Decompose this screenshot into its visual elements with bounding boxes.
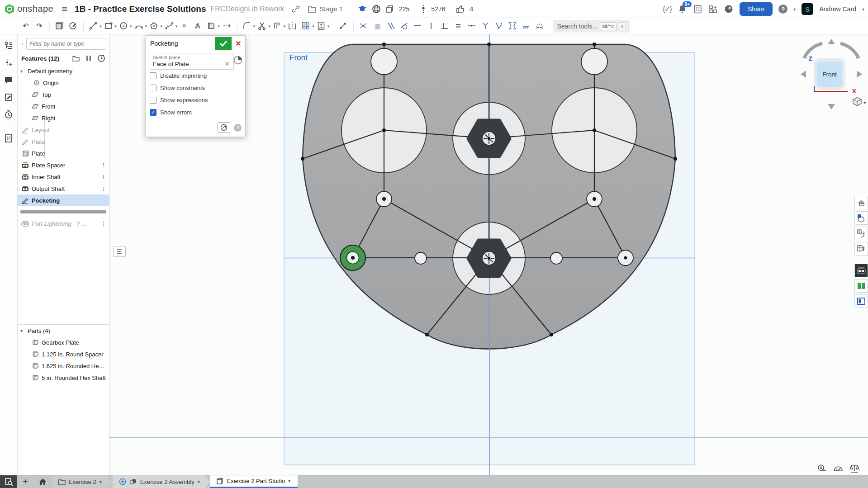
- checkbox-disable-imprinting[interactable]: Disable imprinting: [150, 70, 242, 82]
- rotate-left-step-icon[interactable]: [801, 71, 806, 78]
- checkbox-show-constraints[interactable]: Show constraints: [150, 82, 242, 94]
- arc-tool-caret-icon[interactable]: ▾: [145, 24, 147, 28]
- chevron-down-icon[interactable]: ▾: [20, 328, 28, 333]
- tab-caret-icon[interactable]: ▾: [100, 479, 102, 484]
- feature-item-part-lightening[interactable]: Part Lightening - ? ... ⁞: [18, 218, 109, 229]
- history-panel-icon[interactable]: [2, 108, 15, 121]
- feature-item-plate-extrude[interactable]: Plate: [18, 147, 109, 159]
- learning-center-icon[interactable]: [724, 4, 734, 14]
- feature-item-output-shaft[interactable]: Output Shaft ⁞: [18, 183, 109, 194]
- main-menu-icon[interactable]: ≡: [62, 3, 67, 15]
- rotate-left-arrow-icon[interactable]: [805, 43, 822, 56]
- import-dxf-caret-icon[interactable]: ▾: [327, 24, 330, 28]
- tab-caret-icon[interactable]: ▾: [198, 479, 200, 484]
- avatar[interactable]: S: [802, 3, 813, 15]
- concentric-constraint-icon[interactable]: ◎: [372, 21, 383, 32]
- checkbox-icon[interactable]: [150, 72, 157, 79]
- view-normal-to-sketch-icon[interactable]: [218, 122, 230, 133]
- panel-resize-handle[interactable]: [113, 246, 126, 257]
- checkbox-icon[interactable]: [150, 97, 157, 104]
- sketch-plane-value[interactable]: Face of Plate: [153, 61, 223, 67]
- checkbox-show-errors[interactable]: ✓ Show errors: [150, 106, 242, 118]
- rollback-pie-icon[interactable]: [233, 56, 242, 65]
- notifications-bell-icon[interactable]: 9+: [678, 5, 687, 14]
- dialog-help-icon[interactable]: ?: [234, 124, 242, 132]
- fix-constraint-icon[interactable]: [521, 21, 532, 32]
- point-tool-icon[interactable]: [179, 21, 190, 32]
- add-tab-button[interactable]: +: [17, 475, 33, 488]
- polygon-tool-caret-icon[interactable]: ▾: [160, 24, 162, 28]
- share-button[interactable]: Share: [740, 2, 773, 16]
- horizontal-constraint-icon[interactable]: [413, 21, 423, 32]
- midpoint-constraint-icon[interactable]: [467, 21, 478, 32]
- use-project-icon[interactable]: [206, 21, 217, 32]
- feature-item-layout[interactable]: Layout: [18, 124, 109, 136]
- feature-item-inner-shaft[interactable]: Inner Shaft ⁞: [18, 171, 109, 183]
- pierce-constraint-icon[interactable]: [480, 21, 491, 32]
- fillet-tool-icon[interactable]: [242, 21, 253, 32]
- link-icon[interactable]: [291, 5, 300, 14]
- clear-selection-icon[interactable]: ✕: [223, 60, 231, 67]
- feature-item-right-plane[interactable]: Right: [18, 112, 109, 124]
- tab-exercise-2-part-studio[interactable]: Exercise 2 Part Studio ▾: [210, 475, 298, 488]
- tape-measure-icon[interactable]: [816, 464, 827, 474]
- appearance-panel-icon[interactable]: [854, 196, 868, 209]
- feature-item-origin[interactable]: Origin: [18, 77, 109, 89]
- featurescript-icon[interactable]: {✓}: [663, 5, 672, 13]
- undo-icon[interactable]: ↶: [20, 21, 31, 32]
- part-item-gearbox-plate[interactable]: Gearbox Plate: [18, 336, 109, 348]
- mass-properties-icon[interactable]: [849, 464, 860, 474]
- circle-tool-caret-icon[interactable]: ▾: [130, 24, 132, 28]
- rotate-up-arrow-icon[interactable]: [828, 39, 835, 44]
- redo-icon[interactable]: ↷: [34, 21, 45, 32]
- rectangle-tool-caret-icon[interactable]: ▾: [115, 24, 117, 28]
- checkbox-checked-icon[interactable]: ✓: [150, 109, 157, 116]
- checkbox-show-expressions[interactable]: Show expressions: [150, 94, 242, 106]
- mirror-tool-icon[interactable]: [287, 21, 298, 32]
- feature-item-plate-spacer[interactable]: Plate Spacer ⁞: [18, 159, 109, 171]
- app-store-icon[interactable]: [708, 5, 718, 14]
- dimension-tool-icon[interactable]: [338, 21, 349, 32]
- checklist-panel-icon[interactable]: [2, 132, 15, 145]
- release-tasks-icon[interactable]: [693, 5, 702, 14]
- pattern-tool-caret-icon[interactable]: ▾: [312, 24, 314, 28]
- line-tool-icon[interactable]: [88, 21, 99, 32]
- arc-tool-icon[interactable]: [134, 21, 145, 32]
- kebab-menu-icon[interactable]: ⁞: [100, 220, 107, 227]
- part-item-hex-shaft[interactable]: 5 in. Rounded Hex Shaft: [18, 372, 109, 384]
- construction-icon[interactable]: [222, 21, 232, 32]
- folder-location[interactable]: Stage 1: [319, 5, 343, 13]
- feature-item-pocketing[interactable]: Pocketing: [18, 194, 109, 206]
- offset-tool-caret-icon[interactable]: ▾: [284, 24, 286, 28]
- tab-exercise-2[interactable]: Exercise 2 ▾: [52, 475, 112, 488]
- checkbox-icon[interactable]: [150, 85, 157, 91]
- cancel-button[interactable]: ✕: [232, 37, 245, 50]
- folder-icon[interactable]: [308, 5, 317, 14]
- kebab-menu-icon[interactable]: ⁞: [100, 185, 107, 192]
- perpendicular-constraint-icon[interactable]: [440, 21, 451, 32]
- spline-tool-icon[interactable]: [164, 21, 175, 32]
- feature-item-plate-sketch[interactable]: Plate: [18, 136, 109, 147]
- likes-icon[interactable]: [455, 4, 465, 14]
- suppress-toggle-icon[interactable]: [85, 54, 93, 62]
- filter-icon[interactable]: [21, 40, 24, 48]
- text-tool-icon[interactable]: A: [193, 21, 204, 32]
- offset-tool-icon[interactable]: [272, 21, 283, 32]
- kebab-menu-icon[interactable]: ⁞: [100, 162, 107, 169]
- feature-item-front-plane[interactable]: Front: [18, 100, 109, 112]
- variables-panel-icon[interactable]: [854, 242, 868, 256]
- feature-item-default-geometry[interactable]: ▾ Default geometry: [18, 65, 109, 77]
- circle-tool-icon[interactable]: [119, 21, 129, 32]
- help-icon[interactable]: ?: [778, 5, 787, 14]
- rotate-right-step-icon[interactable]: [857, 71, 862, 78]
- normal-constraint-icon[interactable]: [494, 21, 505, 32]
- tangent-constraint-icon[interactable]: [399, 21, 410, 32]
- commit-button[interactable]: [215, 37, 232, 50]
- comments-panel-icon[interactable]: [2, 73, 15, 87]
- configured-features-panel-icon[interactable]: [854, 227, 868, 240]
- use-project-caret-icon[interactable]: ▾: [218, 24, 220, 28]
- documentation-panel-icon[interactable]: [854, 279, 868, 293]
- edit-sketch-icon[interactable]: [68, 21, 79, 32]
- solid-model-icon[interactable]: [54, 21, 65, 32]
- user-menu-caret-icon[interactable]: ▾: [862, 7, 864, 12]
